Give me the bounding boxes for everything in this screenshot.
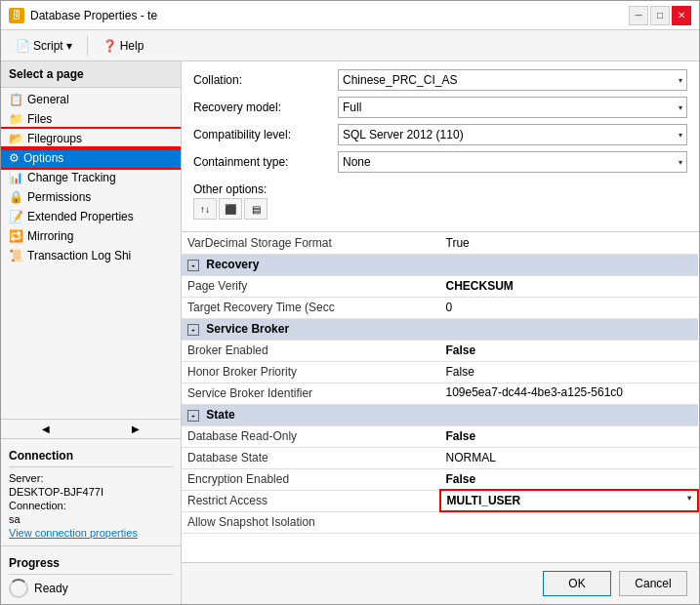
sidebar-item-change-tracking[interactable]: 📊 Change Tracking (1, 168, 181, 187)
restrict-access-value[interactable]: MULTI_USER ▾ (440, 490, 699, 511)
progress-inner: Ready (9, 579, 173, 598)
window-controls: ─ □ ✕ (629, 6, 691, 25)
sidebar-item-label: Permissions (27, 190, 91, 204)
sidebar: Select a page 📋 General 📁 Files 📂 Filegr… (1, 61, 182, 604)
options-table: VarDecimal Storage Format True - Recover… (182, 232, 699, 562)
table-row: Database Read-Only False (182, 425, 698, 447)
prop-value: False (440, 340, 699, 361)
help-label: Help (120, 39, 144, 53)
script-icon: 📄 (16, 39, 30, 53)
transaction-log-icon: 📜 (9, 249, 23, 262)
view-connection-row: View connection properties (9, 526, 173, 540)
scroll-right-button[interactable]: ▶ (91, 420, 181, 438)
collation-select[interactable]: Chinese_PRC_CI_AS ▾ (338, 69, 687, 91)
change-tracking-icon: 📊 (9, 171, 23, 184)
extended-properties-icon: 📝 (9, 210, 23, 223)
prop-name: Encryption Enabled (182, 468, 440, 490)
group-row-recovery: - Recovery (182, 254, 698, 275)
compatibility-row: Compatibility level: SQL Server 2012 (11… (193, 124, 687, 145)
script-button[interactable]: 📄 Script ▾ (9, 36, 79, 56)
sidebar-item-label: Extended Properties (27, 210, 134, 223)
permissions-icon: 🔒 (9, 190, 23, 204)
sidebar-item-label: Files (27, 112, 52, 126)
content-area: Collation: Chinese_PRC_CI_AS ▾ Recovery … (182, 61, 699, 604)
server-value: DESKTOP-BJF477I (9, 486, 103, 498)
properties-table: VarDecimal Storage Format True - Recover… (182, 232, 699, 534)
window-title: Database Properties - te (30, 9, 157, 22)
prop-value: CHECKSUM (440, 275, 699, 297)
table-row: Encryption Enabled False (182, 468, 698, 490)
prop-value: True (440, 232, 699, 254)
table-row: Service Broker Identifier 109e5ea7-dc44-… (182, 383, 698, 404)
table-row: Page Verify CHECKSUM (182, 275, 698, 297)
containment-select[interactable]: None ▾ (338, 151, 687, 173)
sidebar-item-label: Filegroups (27, 132, 82, 145)
close-button[interactable]: ✕ (672, 6, 691, 25)
recovery-model-select[interactable]: Full ▾ (338, 97, 687, 118)
compatibility-arrow-icon: ▾ (679, 131, 682, 140)
scroll-left-button[interactable]: ◀ (1, 420, 91, 438)
prop-name: Honor Broker Priority (182, 361, 440, 383)
sidebar-item-files[interactable]: 📁 Files (1, 109, 181, 129)
table-row: Broker Enabled False (182, 340, 698, 361)
sidebar-header: Select a page (1, 61, 181, 88)
prop-value: NORMAL (440, 447, 699, 468)
table-row-snapshot: Allow Snapshot Isolation (182, 511, 698, 533)
table-row: Target Recovery Time (Secc 0 (182, 297, 698, 318)
sidebar-item-filegroups[interactable]: 📂 Filegroups (1, 129, 181, 148)
cancel-button[interactable]: Cancel (619, 571, 687, 596)
properties-form: Collation: Chinese_PRC_CI_AS ▾ Recovery … (182, 61, 699, 232)
connection-value-row: sa (9, 512, 173, 526)
script-label: Script (33, 39, 63, 53)
prop-value: False (440, 425, 699, 447)
sidebar-item-permissions[interactable]: 🔒 Permissions (1, 187, 181, 207)
maximize-button[interactable]: □ (650, 6, 670, 25)
toolbar-separator (87, 36, 88, 56)
sidebar-item-options[interactable]: ⚙ Options (1, 148, 181, 168)
toolbar: 📄 Script ▾ ❓ Help (1, 30, 699, 61)
compatibility-value: SQL Server 2012 (110) (343, 128, 464, 141)
ok-button[interactable]: OK (543, 571, 611, 596)
group-toggle-recovery[interactable]: - (187, 260, 199, 271)
prop-value: False (440, 468, 699, 490)
prop-name: Target Recovery Time (Secc (182, 297, 440, 318)
connection-label-row: Connection: (9, 499, 173, 512)
prop-value: 0 (440, 297, 699, 318)
other-options-label: Other options: (193, 179, 687, 198)
script-dropdown-icon: ▾ (66, 39, 72, 53)
view-connection-link[interactable]: View connection properties (9, 527, 138, 539)
prop-name: Database Read-Only (182, 425, 440, 447)
group-toggle-service-broker[interactable]: - (187, 324, 199, 336)
help-button[interactable]: ❓ Help (96, 36, 151, 56)
filter-button[interactable]: ▤ (244, 198, 268, 220)
recovery-model-arrow-icon: ▾ (679, 103, 682, 112)
progress-title: Progress (9, 552, 173, 575)
table-row: Honor Broker Priority False (182, 361, 698, 383)
table-row-restrict-access: Restrict Access MULTI_USER ▾ (182, 490, 698, 511)
collation-value: Chinese_PRC_CI_AS (343, 73, 457, 87)
mirroring-icon: 🔁 (9, 229, 23, 243)
sidebar-scroll-controls: ◀ ▶ (1, 419, 181, 438)
prop-name: Page Verify (182, 275, 440, 297)
sort-desc-button[interactable]: ⬛ (219, 198, 242, 220)
containment-value: None (343, 155, 371, 169)
filegroups-icon: 📂 (9, 132, 23, 145)
sidebar-item-general[interactable]: 📋 General (1, 90, 181, 109)
minimize-button[interactable]: ─ (629, 6, 648, 25)
containment-arrow-icon: ▾ (679, 158, 682, 167)
prop-value: 109e5ea7-dc44-4be3-a125-561c0 (440, 383, 699, 404)
sidebar-item-extended-properties[interactable]: 📝 Extended Properties (1, 207, 181, 226)
sidebar-item-label: Change Tracking (27, 171, 116, 184)
sidebar-item-transaction-log[interactable]: 📜 Transaction Log Shi (1, 246, 181, 265)
server-value-row: DESKTOP-BJF477I (9, 485, 173, 499)
progress-status: Ready (34, 582, 68, 595)
compatibility-select[interactable]: SQL Server 2012 (110) ▾ (338, 124, 687, 145)
recovery-model-label: Recovery model: (193, 101, 330, 114)
main-window: 🗄 Database Properties - te ─ □ ✕ 📄 Scrip… (0, 0, 700, 605)
progress-section: Progress Ready (1, 545, 181, 604)
group-label: - Service Broker (182, 318, 698, 340)
sort-asc-button[interactable]: ↑↓ (193, 198, 217, 220)
collation-label: Collation: (193, 73, 330, 87)
group-toggle-state[interactable]: - (187, 410, 199, 422)
sidebar-item-mirroring[interactable]: 🔁 Mirroring (1, 226, 181, 246)
